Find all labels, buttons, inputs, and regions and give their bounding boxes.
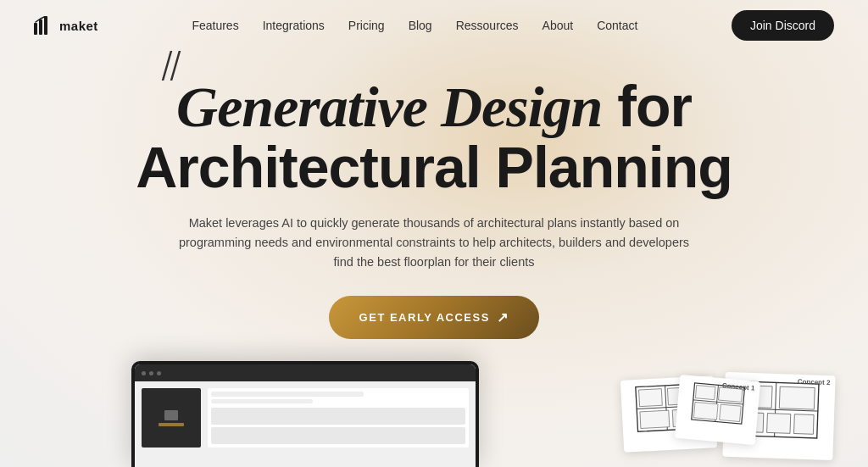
logo: maket <box>34 16 98 35</box>
hero-title: Generative Design forArchitectural Plann… <box>103 76 765 198</box>
navbar: maket Features Integrations Pricing Blog… <box>0 0 868 51</box>
svg-line-3 <box>163 51 171 81</box>
svg-rect-11 <box>767 414 791 434</box>
screen-content <box>135 381 476 467</box>
nav-contact[interactable]: Contact <box>597 19 637 32</box>
svg-rect-26 <box>720 404 742 421</box>
nav-links: Features Integrations Pricing Blog Resso… <box>192 18 637 33</box>
svg-rect-9 <box>779 386 815 409</box>
logo-text: maket <box>59 19 98 33</box>
svg-rect-25 <box>693 402 718 420</box>
nav-blog[interactable]: Blog <box>409 19 432 32</box>
concept-2-label: Concept 2 <box>798 378 831 386</box>
nav-ressources[interactable]: Ressources <box>456 19 519 32</box>
svg-rect-2 <box>44 16 47 35</box>
nav-pricing[interactable]: Pricing <box>348 19 385 32</box>
cta-label: GET EARLY ACCESS <box>359 311 490 324</box>
svg-rect-18 <box>640 410 670 428</box>
nav-features[interactable]: Features <box>192 19 238 32</box>
svg-rect-1 <box>39 19 42 35</box>
laptop-screen <box>135 364 476 467</box>
svg-rect-16 <box>639 389 663 407</box>
dot-2 <box>149 371 153 375</box>
spark-decoration <box>154 51 188 81</box>
logo-icon <box>34 16 54 35</box>
svg-rect-12 <box>794 414 815 435</box>
svg-rect-0 <box>34 23 37 35</box>
svg-line-4 <box>171 51 180 81</box>
mockup-area: Concept 2 Concept <box>0 357 868 467</box>
cta-arrow-icon: ↗ <box>497 309 509 325</box>
hero-subtitle: Maket leverages AI to quickly generate t… <box>171 214 697 273</box>
laptop-mockup <box>131 361 479 467</box>
hero-section: Generative Design forArchitectural Plann… <box>0 51 868 339</box>
nav-about[interactable]: About <box>542 19 574 32</box>
hero-title-italic: Generative Design <box>176 75 602 139</box>
dot-3 <box>157 371 161 375</box>
floor-plan-papers: Concept 2 Concept <box>605 357 843 467</box>
join-discord-button[interactable]: Join Discord <box>732 10 834 41</box>
cta-button[interactable]: GET EARLY ACCESS ↗ <box>329 296 540 339</box>
screen-header <box>135 364 476 381</box>
concept-1-paper: Concept 1 <box>675 375 760 445</box>
svg-rect-23 <box>695 386 715 400</box>
dot-1 <box>142 371 146 375</box>
nav-integrations[interactable]: Integrations <box>263 19 325 32</box>
